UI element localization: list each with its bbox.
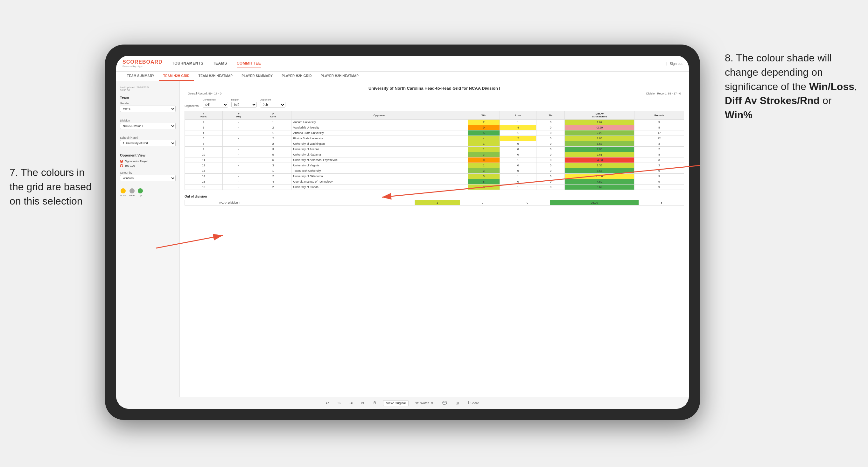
out-of-division-win: 1 (415, 200, 460, 206)
layout-icon: ⊞ (456, 401, 459, 405)
table-cell: 3 (185, 125, 223, 130)
annotation-right: 8. The colour shade will change dependin… (725, 51, 859, 122)
table-cell: Georgia Institute of Technology (291, 179, 468, 185)
table-row: 4-1Arizona State University5102.2817 (185, 130, 684, 136)
table-cell: 3.67 (565, 141, 634, 147)
region-select[interactable]: (All) (231, 102, 257, 107)
table-cell: 4 (255, 179, 291, 185)
out-of-division-loss: 0 (460, 200, 505, 206)
sign-out-link[interactable]: Sign out (670, 62, 682, 65)
table-cell: University of Arizona (291, 147, 468, 152)
toolbar-clock[interactable]: ⏱ (371, 400, 378, 406)
table-cell: - (222, 141, 255, 147)
filter-row: Opponents: Conference (All) Region (All) (185, 98, 684, 107)
colour-label-down: Down (120, 194, 126, 197)
school-select[interactable]: 1. University of Nort... (120, 140, 176, 146)
conference-select[interactable]: (All) (203, 102, 228, 107)
col-tie: Tie (536, 111, 565, 120)
school-section: School (Rank) 1. University of Nort... (120, 136, 176, 150)
table-cell: 2 (185, 120, 223, 125)
sub-nav-team-h2h-heatmap[interactable]: TEAM H2H HEATMAP (194, 71, 237, 81)
opponent-select[interactable]: (All) (260, 102, 285, 107)
table-cell: 2.33 (565, 163, 634, 168)
opponent-filter: Opponent (All) (260, 98, 285, 107)
table-cell: 4 (500, 125, 536, 130)
grid-area: University of North Carolina Head-to-Hea… (180, 81, 689, 397)
toolbar-forward[interactable]: ⇥ (347, 400, 354, 406)
table-cell: 16 (185, 185, 223, 190)
opponent-view-label: Opponent View (120, 153, 176, 157)
table-cell: University of Washington (291, 141, 468, 147)
toolbar-watch[interactable]: 👁 Watch ▼ (413, 400, 436, 406)
share-icon: ⤴ (467, 401, 469, 405)
table-row: 14-2University of Oklahoma310-1.009 (185, 174, 684, 179)
table-cell: 1 (468, 163, 500, 168)
colour-label-up: Up (138, 194, 142, 197)
table-cell: 2 (500, 136, 536, 141)
table-cell: 0 (536, 120, 565, 125)
radio-label-top100: Top 100 (125, 164, 135, 167)
table-cell: 6 (185, 136, 223, 141)
radio-top100[interactable]: Top 100 (120, 164, 176, 167)
gender-select[interactable]: Men's (120, 105, 176, 112)
region-label: Region (231, 98, 257, 101)
col-conf: #Conf (255, 111, 291, 120)
table-cell: 1.67 (565, 120, 634, 125)
out-of-division-row: NCAA Division II 1 0 0 26.00 3 (185, 200, 684, 206)
col-win: Win (468, 111, 500, 120)
table-cell: 3 (255, 163, 291, 168)
out-of-division-name (185, 200, 217, 206)
table-cell: Texas Tech University (291, 168, 468, 174)
clock-icon: ⏱ (373, 401, 376, 405)
table-row: 3-2Vanderbilt University040-2.298 (185, 125, 684, 130)
toolbar-share[interactable]: ⤴ Share (465, 400, 481, 406)
table-cell: 0 (500, 179, 536, 185)
sub-nav-team-summary[interactable]: TEAM SUMMARY (123, 71, 159, 81)
radio-dot-filled (120, 160, 123, 163)
annotation-left: 7. The colours in the grid are based on … (9, 165, 99, 208)
radio-opponents-played[interactable]: Opponents Played (120, 160, 176, 163)
toolbar-copy[interactable]: ⧉ (359, 400, 366, 406)
toolbar-redo[interactable]: ↪ (336, 400, 343, 406)
sub-nav-team-h2h-grid[interactable]: TEAM H2H GRID (159, 71, 194, 81)
copy-icon: ⧉ (361, 401, 364, 405)
nav-committee[interactable]: COMMITTEE (237, 60, 261, 67)
table-cell: University of Arkansas, Fayetteville (291, 157, 468, 163)
comment-icon: 💬 (442, 401, 447, 405)
colour-up: Up (138, 188, 143, 197)
out-of-division-rounds: 3 (639, 200, 684, 206)
sub-nav-player-h2h-grid[interactable]: PLAYER H2H GRID (277, 71, 316, 81)
table-row: 11-6University of Arkansas, Fayetteville… (185, 157, 684, 163)
nav-teams[interactable]: TEAMS (213, 60, 227, 67)
table-cell: 3 (468, 174, 500, 179)
bottom-toolbar: ↩ ↪ ⇥ ⧉ ⏱ View: Original 👁 Watch ▼ 💬 (116, 397, 689, 409)
table-cell: -1.00 (565, 174, 634, 179)
table-cell: 3 (468, 185, 500, 190)
toolbar-comment[interactable]: 💬 (440, 400, 449, 406)
table-cell: 1 (500, 130, 536, 136)
table-cell: 4.50 (565, 179, 634, 185)
table-cell: 0 (500, 152, 536, 157)
table-cell: 3 (255, 147, 291, 152)
region-filter: Region (All) (231, 98, 257, 107)
nav-tournaments[interactable]: TOURNAMENTS (172, 60, 204, 67)
watch-icon: 👁 (415, 401, 419, 405)
table-cell: 5 (468, 130, 500, 136)
sub-nav-player-h2h-heatmap[interactable]: PLAYER H2H HEATMAP (316, 71, 363, 81)
toolbar-layout[interactable]: ⊞ (454, 400, 461, 406)
toolbar-undo[interactable]: ↩ (324, 400, 331, 406)
sub-nav-player-summary[interactable]: PLAYER SUMMARY (237, 71, 277, 81)
table-cell: 0 (536, 185, 565, 190)
table-row: 8-2University of Washington1003.673 (185, 141, 684, 147)
table-row: 6-2Florida State University4201.8312 (185, 136, 684, 141)
colour-down: Down (120, 188, 126, 197)
table-cell: 0 (500, 163, 536, 168)
table-cell: 2.28 (565, 130, 634, 136)
division-select[interactable]: NCAA Division I (120, 123, 176, 129)
table-cell: 9.00 (565, 147, 634, 152)
radio-group: Opponents Played Top 100 (120, 160, 176, 167)
table-cell: 3 (468, 168, 500, 174)
view-label[interactable]: View: Original (383, 400, 408, 406)
table-cell: 5 (468, 179, 500, 185)
colour-by-select[interactable]: Win/loss (120, 175, 176, 181)
